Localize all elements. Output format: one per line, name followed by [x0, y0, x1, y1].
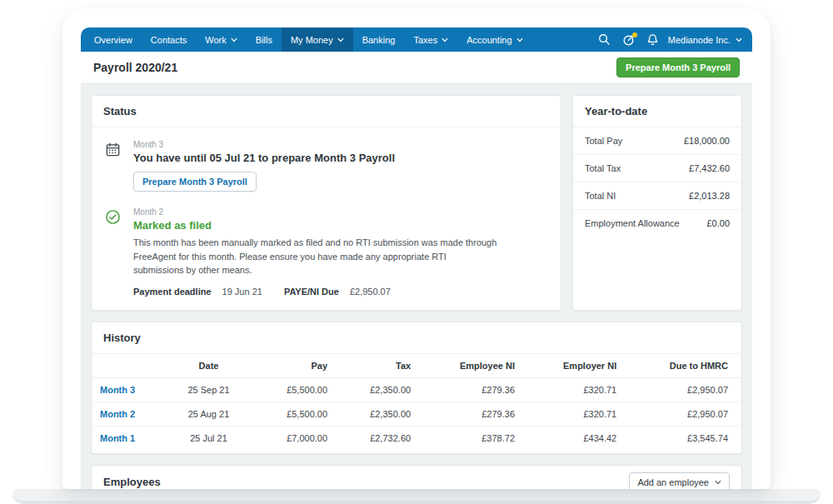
- nav-item-banking[interactable]: Banking: [353, 27, 405, 52]
- table-row: Month 2 25 Aug 21 £5,500.00 £2,350.00 £2…: [92, 402, 741, 426]
- history-employer-ni: £434.42: [523, 426, 625, 450]
- calendar-icon: [105, 140, 122, 192]
- history-employer-ni: £320.71: [523, 402, 625, 426]
- year-to-date-panel: Year-to-date Total Pay £18,000.00 Total …: [572, 95, 742, 311]
- table-row: Month 1 25 Jul 21 £7,000.00 £2,732.60 £3…: [92, 426, 741, 450]
- ytd-label: Total Tax: [585, 163, 621, 173]
- nav-item-label: Banking: [362, 35, 396, 45]
- history-col-employee-ni: Employee NI: [419, 354, 523, 378]
- ytd-value: £2,013.28: [689, 191, 730, 201]
- nav-item-contacts[interactable]: Contacts: [142, 27, 196, 52]
- company-menu[interactable]: Medianode Inc.: [668, 35, 742, 45]
- history-due: £2,950.07: [625, 377, 741, 402]
- chevron-down-icon: [337, 37, 344, 43]
- top-row: Status Month 3 You have until 05 Jul 21 …: [91, 95, 742, 311]
- nav-item-label: Taxes: [413, 35, 437, 45]
- prepare-payroll-button[interactable]: Prepare Month 3 Payroll: [616, 57, 740, 77]
- chevron-down-icon: [715, 479, 721, 486]
- status-month2-text: Month 2 Marked as filed This month has b…: [133, 207, 498, 297]
- status-item-month3: Month 3 You have until 05 Jul 21 to prep…: [105, 140, 547, 192]
- ytd-panel-header: Year-to-date: [573, 96, 741, 127]
- nav-item-work[interactable]: Work: [196, 27, 246, 52]
- app-window: Overview Contacts Work Bills My Money Ba…: [81, 27, 752, 489]
- laptop-base: [12, 489, 821, 504]
- add-employee-button[interactable]: Add an employee: [629, 472, 730, 490]
- employees-panel: Employees Add an employee Monthly Pay To…: [91, 465, 742, 490]
- status-month2-title: Marked as filed: [133, 219, 498, 232]
- history-employer-ni: £320.71: [523, 377, 625, 402]
- paye-due-label: PAYE/NI Due: [284, 287, 339, 297]
- nav-item-my-money[interactable]: My Money: [282, 27, 353, 52]
- history-due: £2,950.07: [625, 402, 741, 426]
- status-month2-description: This month has been manually marked as f…: [133, 236, 498, 277]
- ytd-value: £0.00: [706, 218, 730, 228]
- history-header-row: Date Pay Tax Employee NI Employer NI Due…: [92, 354, 741, 378]
- history-employee-ni: £378.72: [419, 426, 523, 450]
- history-pay: £5,500.00: [252, 377, 336, 402]
- month-label: Month 2: [133, 207, 498, 217]
- timer-icon[interactable]: [620, 31, 638, 49]
- ytd-value: £7,432.60: [689, 163, 730, 173]
- notification-dot: [632, 32, 637, 37]
- chevron-down-icon: [516, 37, 523, 43]
- page-content: Status Month 3 You have until 05 Jul 21 …: [81, 84, 752, 489]
- history-employee-ni: £279.36: [419, 377, 523, 402]
- search-icon[interactable]: [596, 31, 614, 49]
- history-col-employer-ni: Employer NI: [523, 354, 625, 378]
- history-col-date: Date: [165, 354, 252, 378]
- nav-item-label: Bills: [256, 35, 272, 45]
- history-tax: £2,350.00: [336, 377, 419, 402]
- status-panel: Status Month 3 You have until 05 Jul 21 …: [91, 95, 561, 311]
- page-header: Payroll 2020/21 Prepare Month 3 Payroll: [81, 52, 752, 84]
- chevron-down-icon: [736, 37, 742, 43]
- history-col-tax: Tax: [336, 354, 419, 378]
- deadline-row: Payment deadline 19 Jun 21 PAYE/NI Due £…: [133, 287, 498, 297]
- history-month-link[interactable]: Month 3: [100, 385, 135, 395]
- history-tax: £2,732.60: [336, 426, 419, 450]
- history-col-pay: Pay: [252, 354, 336, 378]
- month-label: Month 3: [133, 140, 395, 149]
- laptop-screen: Overview Contacts Work Bills My Money Ba…: [62, 8, 771, 489]
- history-pay: £5,500.00: [252, 402, 336, 426]
- payment-deadline-label: Payment deadline: [133, 287, 212, 297]
- top-navbar: Overview Contacts Work Bills My Money Ba…: [81, 27, 752, 52]
- ytd-label: Employment Allowance: [585, 218, 680, 228]
- check-circle-icon: [105, 207, 122, 297]
- history-table: Date Pay Tax Employee NI Employer NI Due…: [92, 354, 741, 450]
- paye-due-value: £2,950.07: [350, 287, 391, 297]
- bell-icon[interactable]: [644, 31, 662, 49]
- prepare-payroll-secondary-button[interactable]: Prepare Month 3 Payroll: [133, 172, 257, 192]
- nav-item-label: My Money: [291, 35, 333, 45]
- ytd-label: Total Pay: [585, 136, 622, 146]
- ytd-row-total-tax: Total Tax £7,432.60: [573, 155, 741, 182]
- history-month-link[interactable]: Month 2: [100, 409, 135, 419]
- nav-item-label: Accounting: [466, 35, 511, 45]
- nav-item-bills[interactable]: Bills: [247, 27, 282, 52]
- status-item-month2: Month 2 Marked as filed This month has b…: [105, 207, 547, 297]
- history-tax: £2,350.00: [336, 402, 419, 426]
- table-row: Month 3 25 Sep 21 £5,500.00 £2,350.00 £2…: [92, 377, 741, 402]
- nav-item-label: Overview: [94, 35, 132, 45]
- status-month3-title: You have until 05 Jul 21 to prepare Mont…: [133, 152, 395, 164]
- ytd-row-total-ni: Total NI £2,013.28: [573, 182, 741, 210]
- history-pay: £7,000.00: [252, 426, 336, 450]
- history-due: £3,545.74: [625, 426, 741, 450]
- ytd-value: £18,000.00: [684, 136, 730, 146]
- history-panel-header: History: [92, 322, 741, 354]
- ytd-label: Total NI: [585, 191, 616, 201]
- nav-item-accounting[interactable]: Accounting: [457, 27, 531, 52]
- history-month-link[interactable]: Month 1: [100, 433, 135, 443]
- chevron-down-icon: [441, 37, 448, 43]
- history-date: 25 Sep 21: [165, 377, 252, 402]
- history-date: 25 Jul 21: [165, 426, 252, 450]
- add-employee-label: Add an employee: [637, 477, 709, 487]
- chevron-down-icon: [231, 37, 237, 43]
- employees-title: Employees: [103, 476, 161, 488]
- nav-item-taxes[interactable]: Taxes: [404, 27, 457, 52]
- employees-panel-header: Employees Add an employee: [92, 466, 741, 490]
- page-title: Payroll 2020/21: [93, 61, 177, 74]
- nav-item-overview[interactable]: Overview: [85, 27, 142, 52]
- history-employee-ni: £279.36: [419, 402, 523, 426]
- history-date: 25 Aug 21: [165, 402, 252, 426]
- nav-item-label: Contacts: [151, 35, 187, 45]
